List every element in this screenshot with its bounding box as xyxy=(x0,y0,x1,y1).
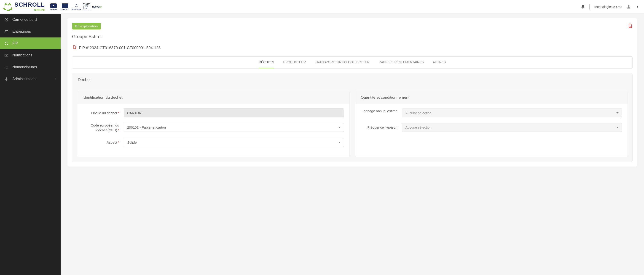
sidebar: Carnet de bord Entreprises FIP Notificat… xyxy=(0,14,60,275)
mail-icon xyxy=(4,53,9,57)
fip-number: FIP n°2024-CT016370-001-CT000001-504-125 xyxy=(79,46,160,50)
svg-text:PDF: PDF xyxy=(74,48,76,49)
panel-quantite: Quantité et conditionnement Tonnage annu… xyxy=(355,91,628,157)
logo-main[interactable]: SCHROLL GROUPE xyxy=(2,1,45,12)
panel-body: Tonnage annuel estimé Aucune sélection xyxy=(356,104,628,142)
panel-header: Quantité et conditionnement xyxy=(356,91,628,104)
sidebar-label: Carnet de bord xyxy=(12,17,37,22)
pdf-icon[interactable]: PDF xyxy=(72,45,76,51)
form-row-frequence: Fréquence livraison Aucune sélection xyxy=(361,123,622,132)
main-content: En exploitation PDF Groupe Schroll PDF F… xyxy=(60,14,644,275)
divider xyxy=(589,4,590,9)
form-row-libelle: Libellé du déchet* xyxy=(82,108,344,117)
sidebar-item-administration[interactable]: Administration xyxy=(0,73,60,85)
partner-logo-recostra: RECOSTRA xyxy=(72,3,81,10)
form-row-tonnage: Tonnage annuel estimé Aucune sélection xyxy=(361,108,622,117)
list-icon xyxy=(4,65,9,69)
svg-point-5 xyxy=(6,79,7,80)
user-name: Technologies e-Obs xyxy=(594,5,622,9)
tab-producteur[interactable]: PRODUCTEUR xyxy=(283,57,306,68)
label-aspect: Aspect* xyxy=(82,140,124,145)
sidebar-label: Administration xyxy=(12,77,36,81)
user-icon[interactable] xyxy=(626,4,631,9)
chevron-right-icon xyxy=(54,77,57,81)
chevron-right-icon[interactable] xyxy=(635,5,640,9)
panel-body: Libellé du déchet* Code européen du déch… xyxy=(77,104,350,157)
partner-logos: CITRAVAL SCHROLL RECOSTRA NEUTRALIS RECY… xyxy=(49,3,102,10)
building-icon xyxy=(4,29,9,34)
select-aspect[interactable]: Solide xyxy=(124,138,344,147)
sidebar-label: FIP xyxy=(12,41,18,45)
panel-header: Identification du déchet xyxy=(77,91,350,104)
bell-icon[interactable] xyxy=(581,4,585,9)
header: SCHROLL GROUPE CITRAVAL SCHROLL RECOSTRA… xyxy=(0,0,644,14)
tab-transporteur[interactable]: TRANSPORTEUR OU COLLECTEUR xyxy=(315,57,370,68)
sidebar-item-dashboard[interactable]: Carnet de bord xyxy=(0,14,60,25)
form-row-ced: Code européen du déchet (CED)* 200101 - … xyxy=(82,123,344,132)
gear-icon xyxy=(4,77,9,81)
label-tonnage: Tonnage annuel estimé xyxy=(361,108,402,113)
label-frequence: Fréquence livraison xyxy=(361,125,402,130)
partner-logo-citraval: CITRAVAL xyxy=(49,3,58,10)
dashboard-icon xyxy=(4,17,9,22)
fip-row: PDF FIP n°2024-CT016370-001-CT000001-504… xyxy=(72,45,632,51)
caret-down-icon xyxy=(616,127,618,128)
panel-identification: Identification du déchet Libellé du déch… xyxy=(77,91,350,157)
sidebar-label: Nomenclatures xyxy=(12,65,37,69)
svg-rect-2 xyxy=(6,31,6,32)
tab-dechets[interactable]: DÉCHETS xyxy=(259,57,274,68)
select-tonnage[interactable]: Aucune sélection xyxy=(402,108,622,117)
sidebar-label: Entreprises xyxy=(12,29,31,33)
tabs: DÉCHETS PRODUCTEUR TRANSPORTEUR OU COLLE… xyxy=(72,56,632,68)
sidebar-item-fip[interactable]: FIP xyxy=(0,37,60,49)
logo-text: SCHROLL xyxy=(14,2,45,7)
logo-subtitle: GROUPE xyxy=(14,8,45,11)
caret-down-icon xyxy=(338,142,340,143)
header-left: SCHROLL GROUPE CITRAVAL SCHROLL RECOSTRA… xyxy=(2,1,102,12)
sidebar-item-nomenclatures[interactable]: Nomenclatures xyxy=(0,61,60,73)
tab-autres[interactable]: AUTRES xyxy=(433,57,446,68)
partner-logo-recybio: RECYBIO xyxy=(92,3,102,10)
section-body: Identification du déchet Libellé du déch… xyxy=(72,86,632,162)
svg-rect-3 xyxy=(7,31,7,32)
section-header: Déchet xyxy=(72,73,632,86)
caret-down-icon xyxy=(338,127,340,128)
section-dechet: Déchet Identification du déchet Libellé … xyxy=(72,73,632,162)
sidebar-label: Notifications xyxy=(12,53,32,57)
recycle-logo-icon xyxy=(2,1,13,12)
label-libelle: Libellé du déchet* xyxy=(82,111,124,115)
input-libelle[interactable] xyxy=(124,108,344,117)
caret-down-icon xyxy=(616,112,618,113)
partner-logo-neutralis: NEUTRALIS xyxy=(83,3,90,10)
tab-rappels[interactable]: RAPPELS RÉGLEMENTAIRES xyxy=(379,57,424,68)
label-ced: Code européen du déchet (CED)* xyxy=(82,123,124,132)
status-row: En exploitation PDF xyxy=(72,23,632,29)
svg-rect-1 xyxy=(5,31,8,33)
pdf-export-icon[interactable]: PDF xyxy=(628,23,632,29)
svg-text:PDF: PDF xyxy=(630,26,632,28)
select-ced[interactable]: 200101 - Papier et carton xyxy=(124,123,344,132)
header-right: Technologies e-Obs xyxy=(581,4,640,9)
status-badge: En exploitation xyxy=(72,23,101,29)
sidebar-item-notifications[interactable]: Notifications xyxy=(0,49,60,61)
company-title: Groupe Schroll xyxy=(72,34,632,39)
select-frequence[interactable]: Aucune sélection xyxy=(402,123,622,132)
main-card: En exploitation PDF Groupe Schroll PDF F… xyxy=(68,18,637,167)
partner-logo-schroll: SCHROLL xyxy=(60,3,70,10)
form-row-aspect: Aspect* Solide xyxy=(82,138,344,147)
sidebar-item-entreprises[interactable]: Entreprises xyxy=(0,25,60,37)
recycle-icon xyxy=(4,41,9,46)
